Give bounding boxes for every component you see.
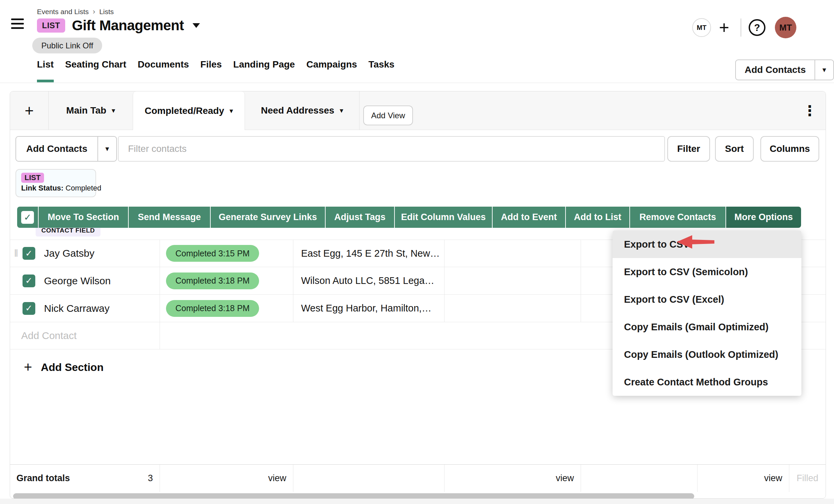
address-value[interactable]: East Egg, 145 E 27th St, New… [301,248,440,259]
add-contacts-button-toolbar[interactable]: Add Contacts ▾ [16,136,117,161]
filter-chip-label: Link Status: [21,184,64,192]
add-contacts-label[interactable]: Add Contacts [16,137,97,161]
page-title: Gift Management [72,18,184,34]
view-tab-main[interactable]: Main Tab ▾ [49,91,133,130]
more-options-button[interactable]: More Options [726,206,801,228]
send-message-button[interactable]: Send Message [129,206,210,228]
more-options-dropdown: Export to CSV Export to CSV (Semicolon) … [613,231,802,396]
row-checkbox[interactable]: ✓ [23,302,35,315]
filter-chip-badge: LIST [21,173,44,183]
chevron-down-icon[interactable]: ▾ [340,107,344,114]
survey-status-cell: Completed 3:18 PM [160,267,293,294]
adjust-tags-button[interactable]: Adjust Tags [326,206,394,228]
row-checkbox[interactable]: ✓ [23,247,35,260]
view-link[interactable]: view [764,473,782,483]
breadcrumb-events-lists[interactable]: Events and Lists [37,8,89,16]
filter-chip-value: Completed [64,184,102,192]
user-avatar[interactable]: MT [775,17,796,38]
view-tab-main-label: Main Tab [66,105,106,116]
app-root: Events and Lists › Lists LIST Gift Manag… [0,0,834,504]
view-link[interactable]: view [556,473,574,483]
menu-item-copy-emails-outlook[interactable]: Copy Emails (Outlook Optimized) [613,341,802,368]
grand-totals-row: Grand totals 3 view view view Filled [10,464,826,492]
select-all-checkbox[interactable]: ✓ [21,211,34,224]
grand-totals-count-cell: Grand totals 3 [10,465,160,492]
red-arrow-annotation [676,235,715,251]
grand-totals-view-cell: view [160,465,293,492]
help-icon[interactable]: ? [749,19,765,36]
add-icon[interactable]: + [714,17,734,38]
move-to-section-button[interactable]: Move To Section [39,206,128,228]
add-section-button[interactable]: + Add Section [24,360,104,374]
nav-tab-documents[interactable]: Documents [138,59,189,76]
add-view-button[interactable]: Add View [363,106,413,125]
list-type-badge: LIST [37,19,65,32]
breadcrumb: Events and Lists › Lists [37,7,114,16]
workspace-avatar[interactable]: MT [692,18,711,37]
add-contact-placeholder[interactable]: Add Contact [21,330,76,342]
filter-contacts-input[interactable] [118,136,665,161]
filter-button[interactable]: Filter [667,136,710,161]
survey-status-cell: Completed 3:15 PM [160,240,293,267]
remove-contacts-button[interactable]: Remove Contacts [630,206,725,228]
sort-button[interactable]: Sort [715,136,754,161]
nav-tabs: List Seating Chart Documents Files Landi… [37,59,394,76]
chevron-down-icon[interactable]: ▾ [112,107,115,114]
edit-column-values-button[interactable]: Edit Column Values [395,206,492,228]
status-badge[interactable]: Completed 3:18 PM [166,272,259,289]
menu-item-copy-emails-gmail[interactable]: Copy Emails (Gmail Optimized) [613,313,802,341]
contact-name-cell: ‖ ✓ Jay Gatsby [10,240,160,267]
generate-survey-links-button[interactable]: Generate Survey Links [211,206,325,228]
nav-tab-tasks[interactable]: Tasks [369,59,394,76]
menu-item-create-contact-method-groups[interactable]: Create Contact Method Groups [613,368,802,396]
row-checkbox[interactable]: ✓ [23,275,35,287]
contact-name[interactable]: George Wilson [44,275,111,287]
add-to-list-button[interactable]: Add to List [566,206,629,228]
chevron-down-icon[interactable]: ▾ [814,60,833,80]
columns-button[interactable]: Columns [761,136,819,161]
add-tab-icon[interactable]: + [10,91,49,130]
chevron-right-icon: › [93,7,95,16]
public-link-status-pill[interactable]: Public Link Off [32,38,102,53]
add-contact-cell[interactable]: Add Contact [10,322,160,349]
view-tab-completed-label: Completed/Ready [145,106,224,116]
view-link[interactable]: view [268,473,286,483]
add-contacts-button-top[interactable]: Add Contacts ▾ [735,60,834,80]
active-filter-chip[interactable]: LIST Link Status: Completed [16,169,96,197]
title-caret-icon[interactable] [193,23,200,28]
address-value[interactable]: Wilson Auto LLC, 5851 Lega… [301,275,435,286]
grand-totals-view-cell: view [698,465,789,492]
view-tab-need-addresses[interactable]: Need Addresses ▾ [245,91,359,130]
nav-tab-list[interactable]: List [37,59,54,76]
filled-label: Filled [797,473,818,483]
drag-handle-icon[interactable]: ‖ [12,248,20,259]
chevron-down-icon[interactable]: ▾ [97,137,116,161]
nav-tab-seating-chart[interactable]: Seating Chart [65,59,126,76]
bulk-action-bar: ✓ Move To Section Send Message Generate … [17,206,802,228]
status-badge[interactable]: Completed 3:15 PM [166,245,259,262]
breadcrumb-lists[interactable]: Lists [99,8,114,16]
address-cell: West Egg Harbor, Hamilton,… [293,295,444,322]
contact-name[interactable]: Nick Carraway [44,303,110,314]
address-value[interactable]: West Egg Harbor, Hamilton,… [301,303,432,314]
header-actions: MT + ? MT [692,17,796,38]
grand-totals-empty-cell [581,465,698,492]
nav-tab-files[interactable]: Files [200,59,222,76]
contact-name-cell: ‖ ✓ George Wilson [10,267,160,294]
kebab-menu-icon[interactable]: ⋮ [800,101,820,120]
contact-name[interactable]: Jay Gatsby [44,248,94,259]
chevron-down-icon[interactable]: ▾ [229,107,233,115]
view-tab-strip: + Main Tab ▾ Completed/Ready ▾ Need Addr… [10,91,826,130]
menu-item-export-csv-excel[interactable]: Export to CSV (Excel) [613,286,802,313]
hamburger-menu-icon[interactable] [11,18,24,29]
contact-name-cell: ‖ ✓ Nick Carraway [10,295,160,322]
empty-cell [444,267,581,294]
nav-tab-campaigns[interactable]: Campaigns [306,59,357,76]
add-to-event-button[interactable]: Add to Event [492,206,565,228]
menu-item-export-csv-semicolon[interactable]: Export to CSV (Semicolon) [613,258,802,286]
nav-tab-landing-page[interactable]: Landing Page [233,59,295,76]
view-tab-completed-ready[interactable]: Completed/Ready ▾ [133,91,245,130]
add-contacts-label[interactable]: Add Contacts [736,60,814,80]
status-badge[interactable]: Completed 3:18 PM [166,300,259,317]
add-section-label: Add Section [41,361,104,374]
